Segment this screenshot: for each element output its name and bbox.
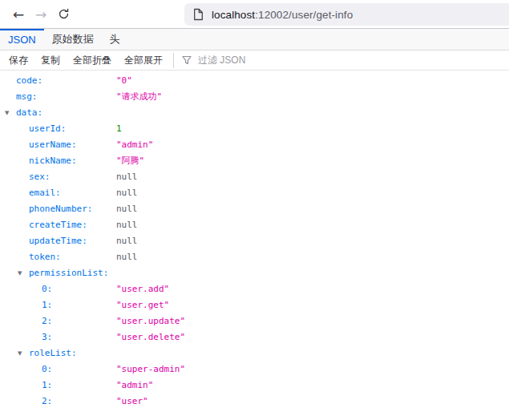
tab-headers-label: 头 [110, 32, 120, 46]
forward-button[interactable]: → [30, 3, 52, 26]
json-value: null [116, 217, 138, 233]
json-value: "user.update" [116, 313, 185, 329]
back-button[interactable]: ← [7, 3, 30, 26]
json-value: null [116, 233, 138, 249]
json-row: 1:"admin" [0, 378, 509, 394]
toolbar-divider [173, 53, 174, 68]
forward-arrow-icon: → [35, 6, 46, 22]
json-row: email:null [0, 185, 509, 201]
json-key: nickName: [29, 153, 77, 169]
url-host: localhost [212, 9, 255, 21]
json-row: 0:"super-admin" [0, 361, 509, 378]
json-key: 2: [42, 394, 52, 410]
json-key: sex: [29, 169, 50, 185]
json-row: sex:null [0, 169, 509, 185]
json-key: phoneNumber: [29, 201, 92, 217]
copy-button[interactable]: 复制 [37, 54, 64, 67]
json-key: createTime: [29, 217, 87, 233]
json-row: userName:"admin" [0, 137, 509, 153]
json-row: createTime:null [0, 217, 509, 233]
expand-all-button[interactable]: 全部展开 [120, 54, 167, 67]
expander-icon[interactable]: ▼ [18, 265, 22, 281]
json-value: "super-admin" [116, 361, 185, 378]
url-path: :12002/user/get-info [255, 9, 353, 21]
reload-icon [58, 8, 70, 20]
json-key: data: [16, 105, 42, 121]
json-value: null [116, 169, 138, 185]
json-value: null [116, 185, 138, 201]
json-key: email: [29, 185, 61, 201]
json-value: "user" [116, 394, 148, 410]
json-value: "admin" [116, 137, 153, 153]
jsonviewer-toolbar: 保存 复制 全部折叠 全部展开 [0, 50, 509, 71]
json-value: null [116, 201, 138, 217]
json-row[interactable]: ▼roleList: [0, 345, 509, 361]
expander-icon[interactable]: ▼ [5, 105, 9, 121]
json-value: "user.add" [116, 281, 169, 297]
json-key: code: [16, 73, 42, 89]
json-value: "请求成功" [116, 89, 162, 105]
tab-json[interactable]: JSON [0, 29, 44, 50]
json-value: "阿腾" [116, 153, 144, 169]
json-row: phoneNumber:null [0, 201, 509, 217]
json-key: permissionList: [29, 265, 108, 281]
json-key: msg: [16, 89, 38, 105]
json-key: userId: [29, 121, 66, 137]
json-row: updateTime:null [0, 233, 509, 249]
json-key: 3: [42, 329, 52, 345]
tab-rawdata[interactable]: 原始数据 [44, 29, 102, 50]
json-key: updateTime: [29, 233, 87, 249]
json-key: token: [29, 249, 61, 265]
reload-button[interactable] [52, 3, 75, 26]
json-key: 1: [42, 378, 52, 394]
json-key: 2: [42, 313, 52, 329]
json-key: 0: [42, 281, 52, 297]
json-row: 2:"user" [0, 394, 509, 410]
json-row: 1:"user.get" [0, 297, 509, 313]
json-row[interactable]: ▼data: [0, 105, 509, 121]
collapse-all-button[interactable]: 全部折叠 [69, 54, 115, 67]
json-key: userName: [29, 137, 77, 153]
page-icon [193, 8, 204, 21]
json-key: roleList: [29, 345, 77, 361]
browser-toolbar: ← → localhost:12002/user/get-info [0, 0, 509, 29]
json-value: null [116, 249, 138, 265]
json-value: "user.delete" [116, 329, 185, 345]
expander-icon[interactable]: ▼ [18, 345, 22, 361]
json-key: 0: [42, 361, 52, 378]
json-value: "user.get" [116, 297, 169, 313]
address-bar[interactable]: localhost:12002/user/get-info [184, 3, 509, 26]
save-button[interactable]: 保存 [5, 54, 32, 67]
json-value: 1 [116, 121, 122, 137]
json-value: "admin" [116, 378, 153, 394]
tab-rawdata-label: 原始数据 [52, 32, 94, 46]
json-value: "0" [116, 73, 132, 89]
filter-funnel-icon [182, 55, 192, 65]
filter-json-input[interactable] [196, 54, 317, 67]
tab-headers[interactable]: 头 [102, 29, 128, 50]
json-row: token:null [0, 249, 509, 265]
json-tree: code:"0"msg:"请求成功"▼data:userId:1userName… [0, 71, 509, 410]
json-row: msg:"请求成功" [0, 89, 509, 105]
url-text: localhost:12002/user/get-info [212, 9, 353, 21]
json-row: code:"0" [0, 73, 509, 89]
json-row: 3:"user.delete" [0, 329, 509, 345]
json-row[interactable]: ▼permissionList: [0, 265, 509, 281]
back-arrow-icon: ← [13, 6, 24, 22]
json-row: 2:"user.update" [0, 313, 509, 329]
json-row: 0:"user.add" [0, 281, 509, 297]
jsonviewer-tab-bar: JSON 原始数据 头 [0, 29, 509, 50]
json-key: 1: [42, 297, 52, 313]
tab-json-label: JSON [8, 34, 36, 46]
json-row: userId:1 [0, 121, 509, 137]
json-row: nickName:"阿腾" [0, 153, 509, 169]
